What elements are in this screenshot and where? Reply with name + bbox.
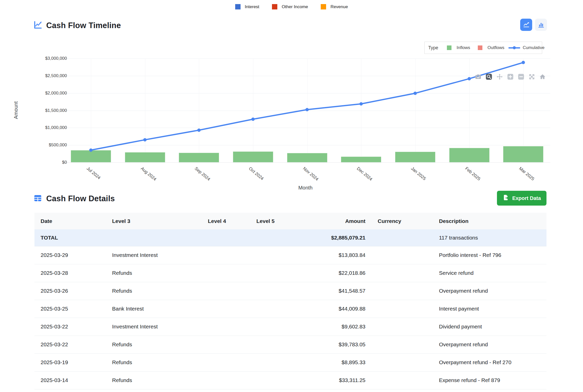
line-chart-icon	[33, 20, 42, 31]
table-row: 2025-03-19Refunds$8,895.33Overpayment re…	[34, 353, 546, 371]
legend-label: Outflows	[487, 45, 504, 50]
revenue-swatch-icon	[321, 4, 326, 9]
cell-level5	[250, 300, 305, 318]
cell-amount: $33,311.25	[305, 371, 372, 389]
cell-amount: $9,602.83	[305, 318, 372, 336]
v-gridline	[145, 58, 145, 162]
cell-amount: $13,803.84	[305, 246, 372, 264]
inflows-swatch-icon	[447, 45, 451, 50]
v-gridline	[469, 58, 470, 162]
y-tick-label: $2,500,000	[0, 73, 67, 78]
cell-amount: $39,783.05	[305, 336, 372, 353]
table-row: 2025-03-22Investment Interest$9,602.83Di…	[34, 318, 546, 336]
cell-description: Interest payment	[433, 300, 546, 318]
file-export-icon	[503, 194, 509, 202]
table-row: 2025-03-14Refunds$33,311.25Expense refun…	[34, 371, 546, 389]
legend-item-interest: Interest	[235, 4, 259, 9]
top-chart-legend: Interest Other Income Revenue	[0, 4, 583, 9]
zoom-in-icon[interactable]	[507, 73, 514, 80]
cell-level4	[202, 371, 250, 389]
chart-legend-box: Type Inflows Outflows Cumulative	[424, 42, 542, 54]
table-body: TOTAL $2,885,079.21 117 transactions 202…	[34, 229, 546, 389]
zoom-out-icon[interactable]	[517, 73, 525, 80]
cell-level3: Refunds	[106, 353, 202, 371]
col-header-amount: Amount	[305, 213, 372, 229]
inflow-bar	[71, 150, 111, 162]
x-tick-label: Aug 2024	[140, 166, 157, 182]
outflows-swatch-icon	[478, 45, 482, 50]
inflow-bar	[233, 151, 273, 162]
camera-snapshot-icon[interactable]	[474, 73, 482, 80]
total-label: TOTAL	[34, 229, 106, 246]
export-button-label: Export Data	[512, 195, 541, 201]
interest-swatch-icon	[235, 4, 241, 9]
chart-type-toggle-group	[520, 19, 547, 31]
table-total-row: TOTAL $2,885,079.21 117 transactions	[34, 229, 546, 246]
cell-level3: Refunds	[106, 282, 202, 300]
cell-level5	[250, 353, 305, 371]
cell-date: 2025-03-14	[34, 371, 106, 389]
v-gridline	[415, 58, 415, 162]
cell-description: Overpayment refund - Ref 270	[433, 353, 546, 371]
cell-description: Overpayment refund	[433, 282, 546, 300]
col-header-level5: Level 5	[250, 213, 305, 229]
cell-date: 2025-03-26	[34, 282, 106, 300]
chart-modebar	[474, 73, 546, 80]
cell-level3: Bank Interest	[106, 300, 202, 318]
v-gridline	[91, 58, 91, 162]
legend-title: Type	[428, 45, 438, 51]
cell-level4	[202, 246, 250, 264]
cell-currency	[372, 371, 433, 389]
legend-item-outflows[interactable]: Outflows	[478, 45, 504, 50]
bar-chart-toggle-button[interactable]	[535, 19, 547, 31]
cell-currency	[372, 282, 433, 300]
cell-level3: Refunds	[106, 336, 202, 353]
line-chart-toggle-button[interactable]	[520, 19, 532, 31]
export-data-button[interactable]: Export Data	[497, 191, 546, 206]
cell-level4	[202, 336, 250, 353]
x-tick-label: Feb 2025	[464, 166, 481, 182]
table-grid-icon	[33, 194, 42, 204]
x-tick-label: Jul 2024	[86, 166, 101, 181]
cell-level5	[250, 246, 305, 264]
legend-label: Interest	[245, 4, 259, 9]
cell-date: 2025-03-28	[34, 264, 106, 282]
cell-description: Service refund	[433, 264, 546, 282]
zoom-box-icon[interactable]	[485, 73, 493, 80]
cumulative-line-icon	[508, 47, 520, 49]
cell-level4	[202, 353, 250, 371]
cash-flow-details-table: Date Level 3 Level 4 Level 5 Amount Curr…	[34, 213, 546, 389]
cell-level4	[202, 282, 250, 300]
autoscale-icon[interactable]	[528, 73, 536, 80]
reset-home-icon[interactable]	[539, 73, 546, 80]
cell-amount: $44,009.88	[305, 300, 372, 318]
cell-currency	[372, 353, 433, 371]
details-title: Cash Flow Details	[46, 194, 115, 203]
cell-level4	[202, 300, 250, 318]
cell-currency	[372, 246, 433, 264]
col-header-currency: Currency	[372, 213, 433, 229]
y-tick-label: $2,000,000	[0, 91, 67, 96]
inflow-bar	[179, 153, 219, 162]
legend-item-inflows[interactable]: Inflows	[447, 45, 470, 50]
pan-icon[interactable]	[496, 73, 503, 80]
legend-item-cumulative[interactable]: Cumulative	[508, 45, 544, 50]
x-tick-label: Nov 2024	[302, 166, 319, 182]
cell-currency	[372, 336, 433, 353]
cell-description: Dividend payment	[433, 318, 546, 336]
cell-currency	[372, 264, 433, 282]
cell-level3: Investment Interest	[106, 246, 202, 264]
cash-flow-chart: Amount Month Type Inflows Outflows Cumul…	[0, 33, 583, 193]
cell-description: Overpayment refund	[433, 336, 546, 353]
cell-level5	[250, 318, 305, 336]
legend-label: Other Income	[282, 4, 308, 9]
legend-label: Revenue	[330, 4, 348, 9]
table-row: 2025-03-26Refunds$41,548.57Overpayment r…	[34, 282, 546, 300]
table-row: 2025-03-22Refunds$39,783.05Overpayment r…	[34, 336, 546, 353]
cell-currency	[372, 318, 433, 336]
cell-date: 2025-03-22	[34, 336, 106, 353]
inflow-bar	[341, 157, 381, 162]
y-tick-label: $1,500,000	[0, 108, 67, 113]
table-row: 2025-03-25Bank Interest$44,009.88Interes…	[34, 300, 546, 318]
cell-date: 2025-03-25	[34, 300, 106, 318]
